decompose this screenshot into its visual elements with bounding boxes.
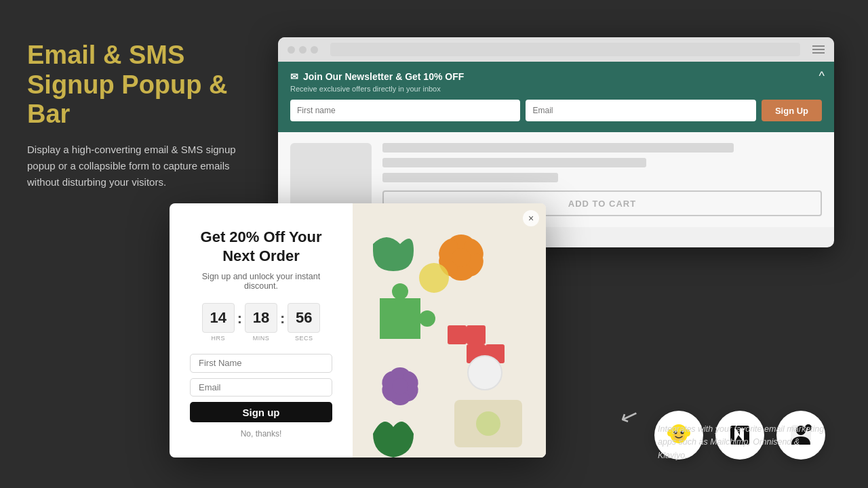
popup-right-image: × [353, 203, 546, 458]
newsletter-firstname-input[interactable] [290, 100, 520, 121]
popup-firstname-input[interactable] [190, 354, 332, 373]
seconds-label: SECS [295, 335, 313, 342]
separator-1: : [237, 310, 242, 327]
hours-label: HRS [211, 335, 225, 342]
envelope-icon: ✉ [290, 71, 298, 82]
signup-popup: Get 20% Off Your Next Order Sign up and … [170, 203, 546, 458]
dot-yellow [299, 46, 307, 54]
integration-text: Integrates with your favorite email mark… [658, 423, 831, 462]
newsletter-bar: ✉ Join Our Newsletter & Get 10% OFF Rece… [278, 62, 834, 132]
newsletter-form: Sign Up [290, 100, 822, 121]
popup-signup-button[interactable]: Sign up [190, 402, 332, 422]
svg-point-8 [419, 263, 449, 293]
hours-value: 14 [202, 303, 235, 333]
popup-left-panel: Get 20% Off Your Next Order Sign up and … [170, 203, 353, 458]
product-image [290, 143, 372, 211]
product-line-3 [382, 173, 558, 182]
hours-block: 14 HRS [202, 303, 235, 342]
svg-rect-11 [448, 325, 467, 344]
main-title: Email & SMS Signup Popup & Bar [27, 41, 258, 129]
svg-point-10 [419, 310, 435, 327]
dot-green [311, 46, 318, 54]
svg-point-24 [476, 411, 500, 436]
newsletter-signup-button[interactable]: Sign Up [762, 100, 822, 121]
curved-arrow: ↙ [616, 401, 642, 431]
newsletter-email-input[interactable] [526, 100, 755, 121]
svg-point-22 [468, 356, 502, 390]
address-bar [330, 43, 800, 56]
popup-email-input[interactable] [190, 378, 332, 397]
svg-point-7 [452, 248, 471, 267]
hamburger-icon[interactable] [812, 45, 825, 54]
product-line-1 [382, 143, 734, 152]
description: Display a high-converting email & SMS si… [27, 142, 258, 190]
svg-point-21 [392, 378, 408, 394]
popup-image [353, 203, 546, 458]
newsletter-subtitle: Receive exclusive offers directly in you… [290, 85, 822, 93]
svg-rect-12 [467, 325, 486, 344]
no-thanks-link[interactable]: No, thanks! [241, 429, 282, 439]
minutes-label: MINS [253, 335, 270, 342]
newsletter-title: ✉ Join Our Newsletter & Get 10% OFF [290, 71, 822, 82]
seconds-value: 56 [288, 303, 320, 333]
dot-red [288, 46, 295, 54]
countdown-timer: 14 HRS : 18 MINS : 56 SECS [202, 303, 321, 342]
collapse-button[interactable]: ^ [819, 70, 825, 82]
left-panel: Email & SMS Signup Popup & Bar Display a… [27, 41, 258, 190]
svg-point-9 [392, 283, 408, 300]
separator-2: : [280, 310, 285, 327]
browser-titlebar [278, 37, 834, 62]
seconds-block: 56 SECS [288, 303, 320, 342]
popup-subtitle: Sign up and unlock your instant discount… [190, 272, 332, 291]
popup-title: Get 20% Off Your Next Order [190, 228, 332, 265]
product-line-2 [382, 158, 646, 167]
minutes-value: 18 [245, 303, 277, 333]
popup-close-button[interactable]: × [523, 210, 539, 226]
minutes-block: 18 MINS [245, 303, 277, 342]
